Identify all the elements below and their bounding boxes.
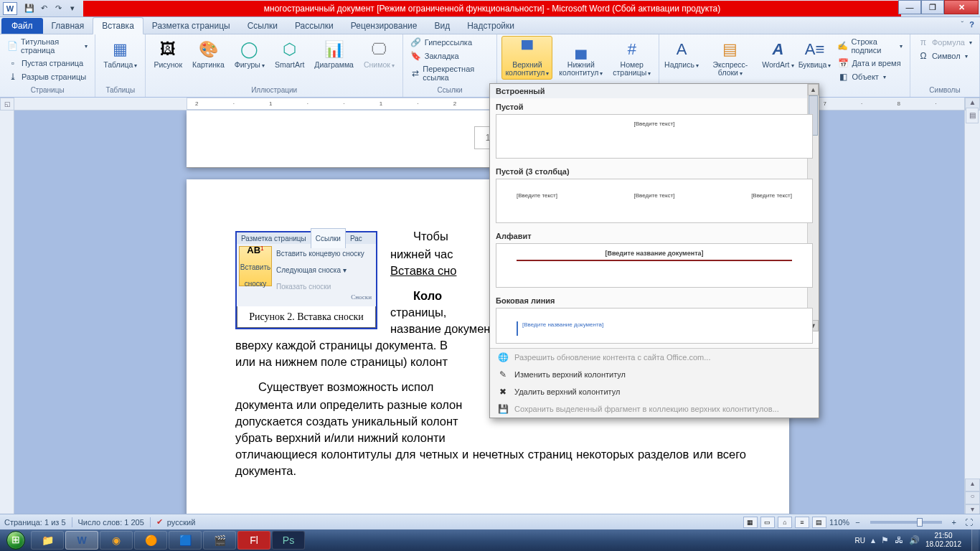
ribbon-minimize-button[interactable]: ˇ — [961, 20, 964, 29]
status-word-count[interactable]: Число слов: 1 205 — [78, 518, 144, 527]
pagenum-button[interactable]: #Номер страницы▾ — [609, 36, 654, 80]
table-button[interactable]: ▦ Таблица▾ — [100, 36, 141, 72]
view-print-layout[interactable]: ▦ — [743, 517, 758, 528]
cover-page-button[interactable]: 📄Титульная страница▾ — [4, 36, 90, 56]
header-button[interactable]: ▀Верхний колонтитул▾ — [501, 36, 552, 80]
gallery-office-update: 🌐Разрешить обновление контента с сайта O… — [490, 349, 819, 366]
equation-button[interactable]: πФормула▾ — [915, 36, 975, 49]
shapes-button[interactable]: ◯Фигуры▾ — [231, 36, 268, 72]
textbox-button[interactable]: AНадпись▾ — [664, 36, 699, 72]
tray-clock[interactable]: 21:5018.02.2012 — [925, 532, 966, 549]
crossref-icon: ⇄ — [410, 68, 420, 78]
quickparts-icon: ▤ — [719, 38, 742, 61]
minimize-button[interactable]: — — [898, 0, 921, 14]
globe-icon: 🌐 — [497, 352, 509, 362]
gallery-item-empty3[interactable]: [Введите текст][Введите текст][Введите т… — [496, 179, 813, 223]
textbox-icon: A — [670, 38, 693, 61]
close-button[interactable]: ✕ — [944, 0, 979, 14]
dropcap-icon: A≡ — [804, 38, 826, 61]
gallery-label-side: Боковая линия — [490, 292, 819, 306]
gallery-item-alpha[interactable]: [Введите название документа] — [496, 243, 813, 288]
tray-volume-icon[interactable]: 🔊 — [909, 535, 920, 545]
tab-mailings[interactable]: Рассылки — [286, 18, 342, 34]
gallery-edit-header[interactable]: ✎Изменить верхний колонтитул — [490, 366, 819, 383]
help-button[interactable]: ? — [969, 20, 974, 29]
status-spellcheck-icon[interactable]: ✔ — [156, 517, 163, 527]
hyperlink-button[interactable]: 🔗Гиперссылка — [407, 36, 493, 49]
tab-insert[interactable]: Вставка — [93, 17, 143, 34]
start-button[interactable] — [1, 529, 30, 551]
zoom-level[interactable]: 110% — [829, 518, 849, 527]
wordart-button[interactable]: AWordArt▾ — [761, 36, 795, 72]
screenshot-button[interactable]: 🖵Снимок▾ — [360, 36, 398, 72]
group-tables: ▦ Таблица▾ Таблицы — [95, 34, 146, 97]
bookmark-button[interactable]: 🔖Закладка — [407, 50, 493, 62]
quickparts-button[interactable]: ▤Экспресс-блоки▾ — [702, 36, 758, 80]
tab-addins[interactable]: Надстройки — [458, 18, 523, 34]
smartart-button[interactable]: ⬡SmartArt — [271, 36, 308, 71]
tab-home[interactable]: Главная — [43, 18, 93, 34]
signature-icon: ✍ — [837, 41, 848, 51]
view-web[interactable]: ⌂ — [778, 517, 792, 528]
tray-flag-icon[interactable]: ⚑ — [881, 535, 889, 545]
task-explorer[interactable]: 📁 — [31, 531, 64, 550]
object-button[interactable]: ◧Объект▾ — [834, 70, 905, 83]
chart-button[interactable]: 📊Диаграмма — [311, 36, 357, 71]
task-chrome[interactable]: 🟠 — [134, 531, 167, 550]
blank-page-button[interactable]: ▫Пустая страница — [4, 57, 90, 70]
date-time-button[interactable]: 📅Дата и время — [834, 57, 905, 70]
tray-lang[interactable]: RU — [854, 537, 864, 545]
clipart-button[interactable]: 🎨Картинка — [189, 36, 228, 71]
status-language[interactable]: русский — [167, 518, 195, 527]
screenshot-icon: 🖵 — [367, 38, 390, 61]
task-word[interactable]: W — [65, 531, 98, 550]
signature-line-button[interactable]: ✍Строка подписи▾ — [834, 36, 905, 56]
view-draft[interactable]: ▤ — [812, 517, 826, 528]
dropcap-button[interactable]: A≡Буквица▾ — [798, 36, 832, 72]
browse-object-button[interactable]: ○ — [965, 491, 980, 504]
ruler-corner[interactable]: ◱ — [0, 98, 14, 110]
task-app1[interactable]: 🟦 — [169, 531, 202, 550]
task-flash[interactable]: Fl — [237, 531, 270, 550]
save-button[interactable]: 💾 — [23, 2, 36, 15]
picture-button[interactable]: 🖼Рисунок — [150, 36, 186, 71]
crossref-button[interactable]: ⇄Перекрестная ссылка — [407, 63, 493, 83]
tray-show-hidden[interactable]: ▴ — [871, 535, 875, 545]
vertical-ruler[interactable] — [0, 110, 14, 517]
maximize-button[interactable]: ❐ — [921, 0, 944, 14]
gallery-item-side[interactable]: [Введите название документа] — [496, 308, 813, 344]
tray-network-icon[interactable]: 🖧 — [895, 535, 903, 545]
zoom-out-button[interactable]: − — [852, 518, 862, 527]
tab-file[interactable]: Файл — [1, 18, 43, 34]
gallery-remove-header[interactable]: ✖Удалить верхний колонтитул — [490, 383, 819, 400]
symbol-button[interactable]: ΩСимвол▾ — [915, 50, 975, 62]
break-icon: ⤓ — [7, 72, 19, 82]
tab-review[interactable]: Рецензирование — [342, 18, 426, 34]
tab-page-layout[interactable]: Разметка страницы — [143, 18, 239, 34]
redo-button[interactable]: ↷ — [52, 2, 65, 15]
view-fullscreen[interactable]: ▭ — [760, 517, 775, 528]
task-aimp[interactable]: ◉ — [100, 531, 133, 550]
tab-references[interactable]: Ссылки — [239, 18, 286, 34]
fit-page-button[interactable]: ⛶ — [962, 518, 976, 527]
page-icon: ▫ — [7, 58, 19, 68]
page-break-button[interactable]: ⤓Разрыв страницы — [4, 70, 90, 83]
task-mpc[interactable]: 🎬 — [203, 531, 236, 550]
task-photoshop[interactable]: Ps — [272, 531, 305, 550]
zoom-in-button[interactable]: + — [949, 518, 959, 527]
status-page[interactable]: Страница: 1 из 5 — [4, 518, 66, 527]
undo-button[interactable]: ↶ — [37, 2, 50, 15]
zoom-slider[interactable] — [870, 521, 942, 524]
vertical-scrollbar[interactable]: ▲ ▴ ○ ▾ — [964, 98, 980, 517]
gallery-item-empty[interactable]: [Введите текст] — [496, 114, 813, 159]
show-desktop-button[interactable] — [971, 529, 979, 551]
prev-page-button[interactable]: ▴ — [965, 479, 980, 491]
qat-more-button[interactable]: ▾ — [66, 2, 79, 15]
ruler-toggle[interactable]: ▤ — [966, 108, 979, 123]
tab-view[interactable]: Вид — [425, 18, 458, 34]
view-outline[interactable]: ≡ — [795, 517, 809, 528]
taskbar: 📁 W ◉ 🟠 🟦 🎬 Fl Ps RU ▴ ⚑ 🖧 🔊 21:5018.02.… — [0, 529, 980, 551]
footer-button[interactable]: ▄Нижний колонтитул▾ — [555, 36, 606, 80]
app-icon[interactable]: W — [3, 2, 17, 15]
gallery-section-builtin: Встроенный — [490, 84, 819, 98]
